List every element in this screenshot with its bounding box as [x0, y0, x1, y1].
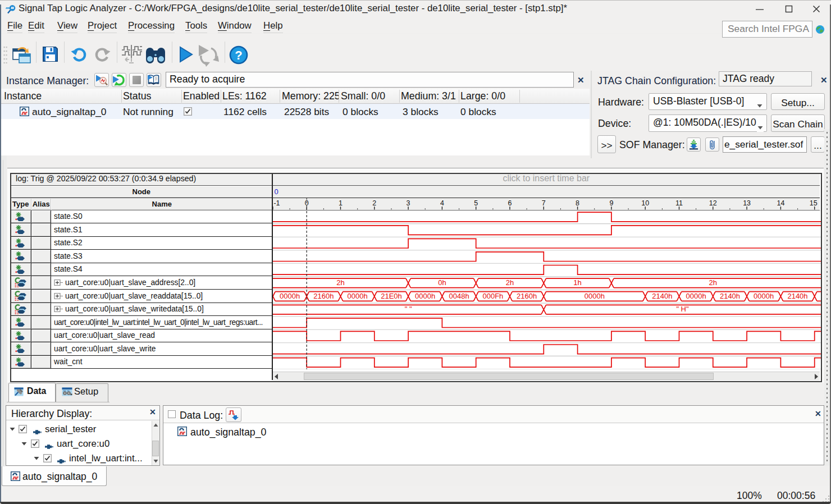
- svg-text:?: ?: [235, 48, 242, 62]
